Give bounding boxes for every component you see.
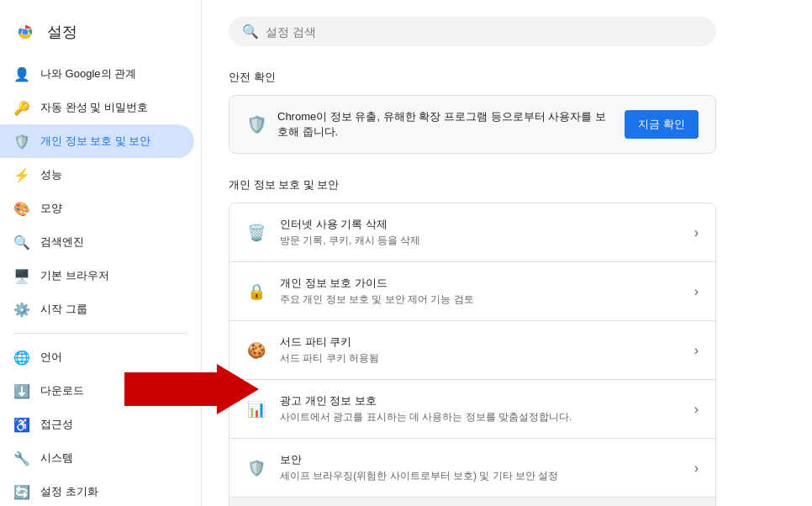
privacy-section-title: 개인 정보 보호 및 보안 (229, 177, 785, 192)
settings-item-content: 광고 개인 정보 보호 사이트에서 광고를 표시하는 데 사용하는 정보를 맞춤… (280, 393, 681, 424)
settings-item-site-settings[interactable]: ⚙️ 사이트 설정 사이트에서 사용하고 표시할 수 있는 정보(위치, 카메라… (229, 498, 715, 506)
sidebar-item-label: 성능 (40, 167, 62, 182)
settings-item-title: 보안 (280, 452, 681, 467)
cookies-icon: 🍪 (246, 340, 266, 361)
safety-banner: 🛡️ Chrome이 정보 유출, 유해한 확장 프로그램 등으로부터 사용자를… (229, 95, 716, 154)
settings-item-ad-privacy[interactable]: 📊 광고 개인 정보 보호 사이트에서 광고를 표시하는 데 사용하는 정보를 … (229, 380, 715, 439)
sidebar-item-label: 모양 (40, 201, 62, 216)
sidebar-item-label: 기본 브라우저 (40, 268, 109, 283)
sidebar-item-label: 언어 (40, 350, 62, 365)
sidebar-item-label: 설정 초기화 (40, 484, 98, 499)
language-icon: 🌐 (13, 349, 30, 366)
sidebar-nav-secondary: 🌐 언어 ⬇️ 다운로드 ♿ 접근성 🔧 시스템 🔄 설정 초기화 (0, 340, 201, 506)
sidebar-item-accessibility[interactable]: ♿ 접근성 (0, 408, 194, 441)
performance-icon: ⚡ (13, 166, 30, 183)
reset-icon: 🔄 (13, 483, 30, 500)
sidebar-item-profile[interactable]: 👤 나와 Google의 관계 (0, 57, 194, 91)
sidebar-item-reset[interactable]: 🔄 설정 초기화 (0, 475, 194, 506)
system-icon: 🔧 (13, 450, 30, 466)
search-engine-icon: 🔍 (13, 234, 30, 250)
accessibility-icon: ♿ (13, 416, 30, 433)
autofill-icon: 🔑 (13, 99, 30, 116)
sidebar-item-browser[interactable]: 🖥️ 기본 브라우저 (0, 259, 194, 293)
sidebar-item-autofill[interactable]: 🔑 자동 완성 및 비밀번호 (0, 91, 194, 124)
settings-item-desc: 방문 기록, 쿠키, 캐시 등을 삭제 (280, 234, 681, 248)
settings-item-content: 보안 세이프 브라우징(위험한 사이트로부터 보호) 및 기타 보안 설정 (280, 452, 681, 483)
chevron-right-icon: › (694, 343, 699, 358)
safety-check-title: 안전 확인 (229, 70, 785, 85)
sidebar-item-appearance[interactable]: 🎨 모양 (0, 192, 194, 225)
sidebar-item-label: 시작 그룹 (40, 302, 87, 317)
settings-item-content: 인터넷 사용 기록 삭제 방문 기록, 쿠키, 캐시 등을 삭제 (280, 217, 681, 248)
sidebar-item-label: 나와 Google의 관계 (40, 66, 136, 82)
ad-privacy-icon: 📊 (246, 399, 266, 419)
profile-icon: 👤 (13, 66, 30, 82)
sidebar-item-startup[interactable]: ⚙️ 시작 그룹 (0, 293, 194, 326)
chevron-right-icon: › (694, 284, 699, 299)
sidebar-item-download[interactable]: ⬇️ 다운로드 (0, 374, 194, 408)
search-icon: 🔍 (242, 24, 259, 40)
settings-item-content: 개인 정보 보호 가이드 주요 개인 정보 보호 및 보안 제어 기능 검토 (280, 276, 681, 307)
sidebar-item-label: 개인 정보 보호 및 보안 (40, 134, 150, 149)
security-icon: 🛡️ (246, 458, 266, 478)
settings-item-title: 서드 파티 쿠키 (280, 335, 681, 350)
sidebar-item-label: 자동 완성 및 비밀번호 (40, 100, 148, 115)
svg-point-3 (23, 29, 29, 35)
download-icon: ⬇️ (13, 382, 30, 399)
browser-icon: 🖥️ (13, 267, 30, 284)
safety-text: Chrome이 정보 유출, 유해한 확장 프로그램 등으로부터 사용자를 보호… (277, 109, 614, 140)
search-bar[interactable]: 🔍 (229, 17, 716, 46)
settings-item-title: 개인 정보 보호 가이드 (280, 276, 681, 291)
sidebar-item-label: 시스템 (40, 451, 73, 466)
sidebar-header: 설정 (0, 13, 201, 57)
settings-item-desc: 세이프 브라우징(위험한 사이트로부터 보호) 및 기타 보안 설정 (280, 469, 681, 483)
chevron-right-icon: › (694, 402, 699, 417)
sidebar-item-label: 접근성 (40, 417, 73, 432)
sidebar-item-language[interactable]: 🌐 언어 (0, 340, 194, 374)
privacy-settings-list: 🗑️ 인터넷 사용 기록 삭제 방문 기록, 쿠키, 캐시 등을 삭제 › 🔒 … (229, 203, 716, 506)
appearance-icon: 🎨 (13, 200, 30, 217)
settings-item-desc: 서드 파티 쿠키 허용됨 (280, 351, 681, 366)
settings-item-third-party-cookies[interactable]: 🍪 서드 파티 쿠키 서드 파티 쿠키 허용됨 › (229, 321, 715, 380)
settings-item-title: 인터넷 사용 기록 삭제 (280, 217, 681, 232)
clear-history-icon: 🗑️ (246, 223, 266, 243)
startup-icon: ⚙️ (13, 301, 30, 318)
sidebar-item-label: 다운로드 (40, 383, 84, 398)
privacy-icon: 🛡️ (13, 133, 30, 150)
privacy-guide-icon: 🔒 (246, 282, 266, 302)
settings-item-title: 광고 개인 정보 보호 (280, 393, 681, 408)
sidebar-divider-1 (13, 333, 187, 334)
main-content: 🔍 안전 확인 🛡️ Chrome이 정보 유출, 유해한 확장 프로그램 등으… (202, 0, 812, 506)
safety-check-button[interactable]: 지금 확인 (625, 110, 699, 139)
settings-item-privacy-guide[interactable]: 🔒 개인 정보 보호 가이드 주요 개인 정보 보호 및 보안 제어 기능 검토… (229, 262, 715, 321)
settings-item-clear-history[interactable]: 🗑️ 인터넷 사용 기록 삭제 방문 기록, 쿠키, 캐시 등을 삭제 › (229, 203, 715, 262)
settings-item-content: 서드 파티 쿠키 서드 파티 쿠키 허용됨 (280, 335, 681, 366)
sidebar-item-label: 검색엔진 (40, 235, 84, 250)
sidebar: 설정 👤 나와 Google의 관계 🔑 자동 완성 및 비밀번호 🛡️ 개인 … (0, 0, 202, 506)
sidebar-nav-main: 👤 나와 Google의 관계 🔑 자동 완성 및 비밀번호 🛡️ 개인 정보 … (0, 57, 201, 326)
settings-item-desc: 사이트에서 광고를 표시하는 데 사용하는 정보를 맞춤설정합니다. (280, 410, 681, 424)
settings-item-desc: 주요 개인 정보 보호 및 보안 제어 기능 검토 (280, 293, 681, 307)
chevron-right-icon: › (694, 225, 699, 240)
search-input[interactable] (266, 25, 703, 39)
sidebar-item-performance[interactable]: ⚡ 성능 (0, 158, 194, 192)
sidebar-item-system[interactable]: 🔧 시스템 (0, 441, 194, 475)
sidebar-title: 설정 (47, 22, 77, 42)
sidebar-item-privacy[interactable]: 🛡️ 개인 정보 보호 및 보안 (0, 124, 194, 158)
safety-shield-icon: 🛡️ (246, 114, 267, 134)
chevron-right-icon: › (694, 461, 699, 476)
settings-item-security[interactable]: 🛡️ 보안 세이프 브라우징(위험한 사이트로부터 보호) 및 기타 보안 설정… (229, 439, 715, 498)
chrome-logo-icon (13, 20, 37, 44)
sidebar-item-search[interactable]: 🔍 검색엔진 (0, 225, 194, 259)
